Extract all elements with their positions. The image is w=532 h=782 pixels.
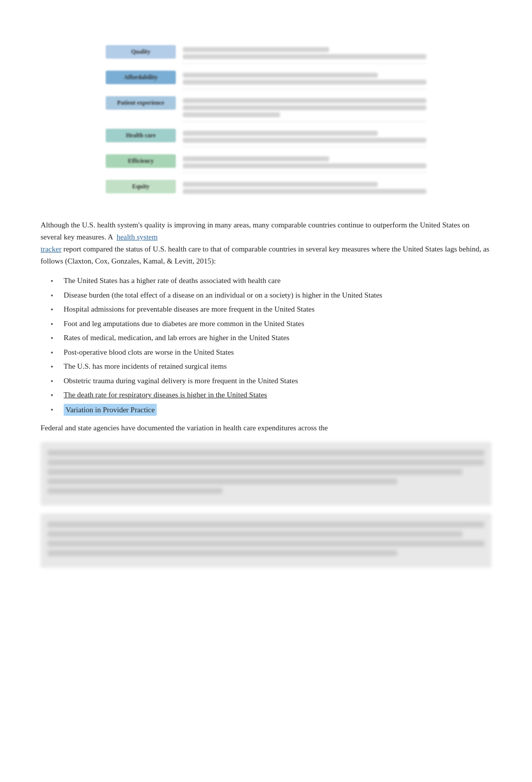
list-item-4: ⦁ Foot and leg amputations due to diabet… [51,318,491,330]
blurred-line [183,131,378,136]
blurred-line [183,156,329,161]
row-divider [183,89,426,89]
blurred-block-1 [41,442,491,505]
blurred-line [183,54,426,59]
bullet-text-7: The U.S. has more incidents of retained … [64,361,226,372]
list-item-7: ⦁ The U.S. has more incidents of retaine… [51,361,491,372]
bullet-icon: ⦁ [51,319,59,329]
table-row: Efficiency [106,154,426,175]
blurred-text-line [48,450,484,456]
row-label-efficiency: Efficiency [106,154,176,168]
list-item-9: ⦁ The death rate for respiratory disease… [51,389,491,401]
bullet-text-4: Foot and leg amputations due to diabetes… [64,318,304,330]
bullet-icon: ⦁ [51,390,59,400]
paragraph-1-pre-link: Although the U.S. health system's qualit… [41,221,469,241]
blurred-line [183,105,426,110]
row-label-patient-experience: Patient experience [106,96,176,110]
paragraph-2-text: Federal and state agencies have document… [41,424,328,432]
row-label-healthcare: Health care [106,129,176,142]
paragraph-1-post-link: report compared the status of U.S. healt… [41,245,489,265]
bullet-text-6: Post-operative blood clots are worse in … [64,347,234,358]
bullet-text-1: The United States has a higher rate of d… [64,275,281,287]
bullet-icon: ⦁ [51,362,59,372]
table-row: Affordability [106,71,426,91]
table-row: Patient experience [106,96,426,124]
row-divider [183,121,426,122]
list-item-1: ⦁ The United States has a higher rate of… [51,275,491,287]
blurred-text-line [48,478,397,484]
row-divider [183,147,426,147]
blurred-line [183,138,426,143]
table-row: Health care [106,129,426,149]
list-item-3: ⦁ Hospital admissions for preventable di… [51,304,491,315]
blurred-line [183,163,426,168]
bullet-icon: ⦁ [51,348,59,358]
bullet-icon: ⦁ [51,405,59,415]
bullet-icon: ⦁ [51,276,59,286]
row-divider [183,172,426,173]
blurred-text-line [48,488,222,494]
bullet-text-9: The death rate for respiratory diseases … [64,389,267,401]
row-content-efficiency [183,154,426,175]
blurred-text-line [48,531,462,537]
blurred-line [183,189,426,194]
blurred-block-2 [41,513,491,568]
list-item-10: ⦁ Variation in Provider Practice [51,404,491,416]
blurred-text-line [48,541,484,547]
blurred-text-line [48,550,397,556]
row-content-patient-experience [183,96,426,124]
bullet-text-3: Hospital admissions for preventable dise… [64,304,315,315]
bullet-icon: ⦁ [51,333,59,343]
bullet-text-8: Obstetric trauma during vaginal delivery… [64,375,298,387]
blurred-line [183,182,378,187]
blurred-line [183,112,280,117]
blurred-text-line [48,459,484,465]
blurred-line [183,73,378,78]
row-label-equity: Equity [106,180,176,193]
row-content-healthcare [183,129,426,149]
row-content-quality [183,45,426,66]
list-item-2: ⦁ Disease burden (the total effect of a … [51,290,491,301]
row-content-equity [183,180,426,194]
blurred-text-line [48,469,462,475]
bullet-icon: ⦁ [51,291,59,301]
row-label-quality: Quality [106,45,176,59]
paragraph-1: Although the U.S. health system's qualit… [41,219,491,267]
row-content-affordability [183,71,426,91]
bullet-text-2: Disease burden (the total effect of a di… [64,290,382,301]
bullet-icon: ⦁ [51,305,59,315]
variation-in-provider-practice-highlight: Variation in Provider Practice [64,404,157,416]
blurred-line [183,98,426,103]
bullet-list: ⦁ The United States has a higher rate of… [51,275,491,416]
list-item-8: ⦁ Obstetric trauma during vaginal delive… [51,375,491,387]
list-item-6: ⦁ Post-operative blood clots are worse i… [51,347,491,358]
blurred-line [183,47,329,52]
blurred-line [183,80,426,85]
page-container: Quality Affordability Patient experience [41,0,491,608]
row-divider [183,63,426,64]
bullet-icon: ⦁ [51,376,59,386]
list-item-5: ⦁ Rates of medical, medication, and lab … [51,332,491,344]
row-label-affordability: Affordability [106,71,176,84]
figure-area: Quality Affordability Patient experience [106,40,426,204]
blurred-text-line [48,522,484,528]
table-row: Quality [106,45,426,66]
bullet-text-5: Rates of medical, medication, and lab er… [64,332,290,344]
table-row: Equity [106,180,426,194]
paragraph-2: Federal and state agencies have document… [41,422,491,434]
